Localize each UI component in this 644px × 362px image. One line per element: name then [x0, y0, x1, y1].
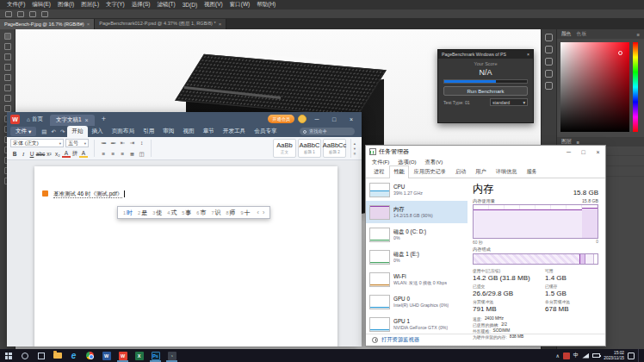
taskbar-photoshop[interactable]: Ps [147, 349, 164, 362]
style-card[interactable]: AaBbC 标题 1 [298, 139, 321, 158]
ribbon-tab[interactable]: 插入 [88, 126, 108, 137]
ps-menu-item[interactable]: 滤镜(T) [153, 1, 178, 9]
taskbar-excel[interactable]: X [131, 349, 147, 362]
close-button[interactable]: × [344, 112, 358, 126]
ime-prev-icon[interactable]: ‹ [257, 209, 259, 215]
ps-menu-item[interactable]: 帮助(H) [253, 1, 279, 9]
ribbon-tab[interactable]: 引用 [139, 126, 158, 137]
ps-menu-item[interactable]: 视图(V) [201, 1, 226, 9]
tm-sidebar-item[interactable]: 磁盘 0 (C: D:) 0% [366, 223, 468, 246]
font-name-select[interactable]: 宋体 (正文) ▾ [10, 139, 64, 147]
search-button[interactable] [16, 349, 33, 362]
run-benchmark-button[interactable]: Run Benchmark [443, 86, 528, 96]
wps-titlebar[interactable]: W ⌂ 首页 文字文稿1 × + 开通会员 ─ □ × [7, 112, 362, 126]
tm-sidebar-item[interactable]: Wi-Fi WLAN: 发送 0 接收 0 Kbps [366, 268, 468, 290]
tm-sidebar-item[interactable]: GPU 0 Intel(R) UHD Graphics (0%) [366, 290, 468, 313]
ime-candidate[interactable]: 3 使 [152, 209, 162, 217]
paragraph-align-icon[interactable]: ≡ [108, 150, 118, 158]
marquee-tool-icon[interactable] [4, 43, 11, 50]
hue-slider[interactable] [633, 42, 638, 132]
notification-center-icon[interactable] [628, 353, 635, 359]
taskbar-file-explorer[interactable] [49, 349, 65, 362]
paragraph-align-icon[interactable]: ◫ [137, 150, 146, 158]
network-icon[interactable] [582, 353, 589, 359]
format-button[interactable]: I [19, 149, 28, 158]
color-picker-marker[interactable] [618, 51, 622, 55]
ime-candidate[interactable]: 4 式 [167, 209, 176, 217]
format-button[interactable]: 拼 [71, 149, 79, 158]
paragraph-format-icon[interactable]: ≔ [99, 139, 108, 147]
upgrade-member-button[interactable]: 开通会员 [268, 115, 294, 123]
ribbon-tab[interactable]: 视图 [178, 126, 198, 137]
ime-candidate[interactable]: 8 师 [226, 209, 235, 217]
ribbon-tab[interactable]: 开发工具 [219, 126, 250, 137]
hidden-icons-chevron[interactable]: ∧ [555, 353, 559, 359]
ps-doc-tab[interactable]: PageBenchmark012-P.psd @ 4.37% (图层 1, RG… [95, 19, 226, 29]
ime-candidate[interactable]: 6 市 [196, 209, 206, 217]
swatches-panel-tab[interactable]: 色板 [577, 30, 587, 38]
minimize-button[interactable]: ─ [310, 112, 324, 126]
tm-sidebar-item[interactable]: GPU 1 NVIDIA GeForce GTX (0%) [366, 313, 468, 334]
maximize-button[interactable]: □ [576, 146, 591, 158]
format-button[interactable]: U [28, 149, 36, 158]
tm-tab[interactable]: 性能 [389, 165, 408, 178]
format-button[interactable]: x₂ [53, 149, 62, 158]
format-button[interactable]: A [79, 149, 88, 158]
ps-menu-item[interactable]: 文件(F) [3, 1, 28, 9]
eyedropper-tool-icon[interactable] [4, 74, 11, 81]
taskbar-wps[interactable]: W [115, 349, 131, 362]
memory-composition-bar[interactable] [473, 253, 598, 265]
ps-doc-tab-close-icon[interactable]: × [87, 22, 90, 27]
style-card[interactable]: AaBbCc 标题 2 [323, 139, 346, 158]
ps-menu-item[interactable]: 图像(I) [54, 1, 77, 9]
maximize-button[interactable]: □ [327, 112, 341, 126]
tm-tab[interactable]: 服务 [522, 165, 541, 178]
test-type-select[interactable]: standard ▾ [490, 98, 528, 106]
wps-logo[interactable]: W [10, 115, 20, 124]
avatar[interactable] [298, 115, 307, 123]
clone-tool-icon[interactable] [4, 105, 11, 112]
panel-menu-icon[interactable]: ≡ [637, 32, 640, 37]
history-panel-icon[interactable] [545, 34, 553, 41]
ps-menu-item[interactable]: 3D(D) [179, 2, 201, 8]
taskbar-chrome[interactable] [82, 349, 98, 362]
close-button[interactable]: × [591, 146, 605, 158]
tm-tab[interactable]: 应用历史记录 [410, 165, 450, 178]
format-button[interactable]: A [62, 149, 71, 158]
ribbon-tab[interactable]: 章节 [199, 126, 219, 137]
brush-tool-icon[interactable] [4, 95, 11, 102]
ribbon-tab[interactable]: 页面布局 [108, 126, 139, 137]
font-size-select[interactable]: 五号 ▾ [65, 139, 89, 147]
format-button[interactable]: x² [45, 149, 53, 158]
start-button[interactable] [0, 349, 16, 362]
ime-next-icon[interactable]: › [263, 209, 264, 215]
heal-tool-icon[interactable] [4, 84, 11, 91]
tm-tab[interactable]: 详细信息 [492, 165, 522, 178]
color-picker-field[interactable] [560, 42, 629, 132]
tm-tab[interactable]: 进程 [369, 165, 388, 178]
tm-sidebar-item[interactable]: CPU 39% 1.27 GHz [366, 178, 468, 201]
show-desktop-button[interactable] [638, 349, 641, 362]
ps-doc-tab-close-icon[interactable]: × [219, 22, 222, 27]
benchmark-dialog-titlebar[interactable]: PageBenchmark Windows of PS × [438, 50, 533, 59]
close-icon[interactable]: × [527, 52, 529, 57]
libraries-panel-icon[interactable] [545, 70, 553, 78]
file-menu-button[interactable]: 文件▾ [10, 127, 36, 136]
style-card[interactable]: AaBb 正文 [273, 139, 296, 158]
paragraph-align-icon[interactable]: ≡ [118, 150, 127, 158]
ime-candidate[interactable]: 1 时 [123, 209, 133, 217]
wps-home-tab[interactable]: ⌂ 首页 [23, 115, 46, 123]
gallery-more-icon[interactable]: ≡ [354, 152, 356, 156]
paragraph-align-icon[interactable]: ≡ [99, 150, 108, 158]
ps-option-icon[interactable] [41, 11, 48, 17]
ps-menu-item[interactable]: 图层(L) [77, 1, 102, 9]
ribbon-tab[interactable]: 审阅 [158, 126, 178, 137]
ribbon-tab[interactable]: 会员专享 [250, 126, 281, 137]
color-panel-tab[interactable]: 颜色 [561, 30, 572, 38]
ime-language-indicator[interactable]: 中 [573, 352, 579, 359]
ime-candidate[interactable]: 7 识 [211, 209, 220, 217]
lasso-tool-icon[interactable] [4, 53, 11, 60]
ps-option-icon[interactable] [29, 11, 36, 17]
taskbar-clock[interactable]: 15:02 2023/11/15 [604, 351, 624, 360]
document-text[interactable]: 基准测试 46 时《测试.pdf》 [53, 190, 122, 198]
